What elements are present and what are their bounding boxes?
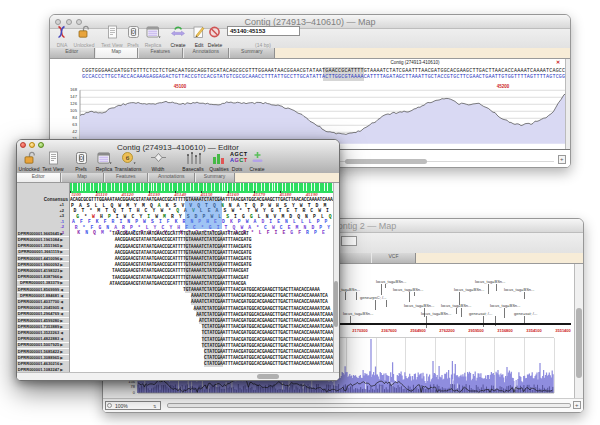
svg-text:6: 6 bbox=[126, 154, 130, 162]
svg-text:0: 0 bbox=[132, 29, 135, 35]
svg-text:0: 0 bbox=[80, 155, 83, 161]
